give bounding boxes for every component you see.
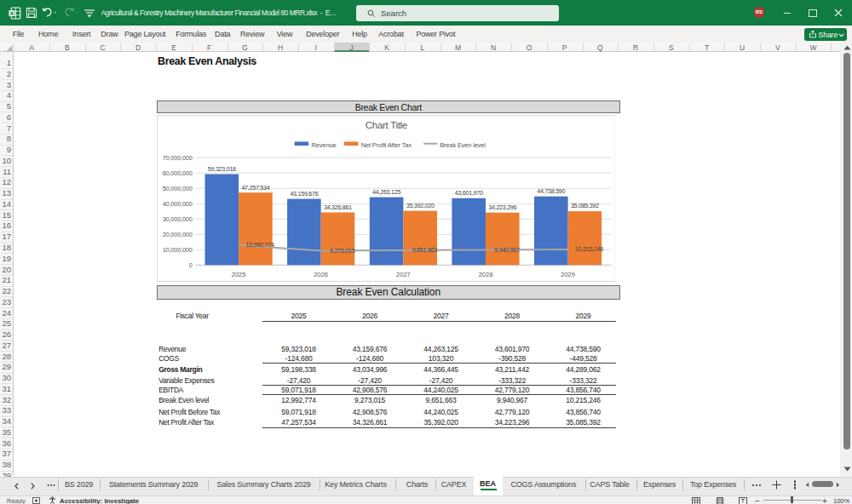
svg-text:10,215,246: 10,215,246 bbox=[575, 245, 603, 253]
svg-text:Net Profit After Tax: Net Profit After Tax bbox=[360, 140, 411, 148]
svg-text:10,000,000: 10,000,000 bbox=[162, 246, 192, 254]
svg-text:47,257,534: 47,257,534 bbox=[241, 183, 269, 191]
svg-text:44,263,125: 44,263,125 bbox=[372, 188, 400, 196]
svg-text:0: 0 bbox=[188, 261, 192, 269]
svg-text:Chart Title: Chart Title bbox=[366, 120, 407, 130]
svg-text:59,323,018: 59,323,018 bbox=[208, 165, 236, 173]
svg-text:40,000,000: 40,000,000 bbox=[162, 200, 192, 208]
svg-text:2028: 2028 bbox=[478, 271, 492, 278]
svg-text:9,940,967: 9,940,967 bbox=[494, 246, 520, 254]
svg-text:2025: 2025 bbox=[232, 271, 246, 278]
svg-text:2029: 2029 bbox=[561, 271, 575, 278]
svg-text:35,392,020: 35,392,020 bbox=[406, 202, 434, 209]
svg-text:30,000,000: 30,000,000 bbox=[162, 215, 192, 223]
svg-text:12,992,774: 12,992,774 bbox=[245, 241, 273, 249]
svg-text:2027: 2027 bbox=[396, 271, 411, 278]
svg-text:34,326,861: 34,326,861 bbox=[324, 203, 352, 211]
svg-text:70,000,000: 70,000,000 bbox=[162, 154, 192, 162]
svg-text:2026: 2026 bbox=[314, 271, 328, 278]
svg-text:9,273,015: 9,273,015 bbox=[330, 247, 355, 255]
svg-text:9,651,663: 9,651,663 bbox=[412, 246, 438, 254]
svg-text:43,601,970: 43,601,970 bbox=[454, 189, 482, 197]
svg-text:20,000,000: 20,000,000 bbox=[162, 231, 192, 238]
svg-text:44,738,590: 44,738,590 bbox=[537, 187, 565, 195]
svg-text:Revenue: Revenue bbox=[311, 140, 336, 148]
svg-text:34,223,296: 34,223,296 bbox=[488, 203, 516, 211]
svg-text:Break Even level: Break Even level bbox=[440, 140, 486, 148]
svg-text:50,000,000: 50,000,000 bbox=[162, 185, 192, 192]
svg-text:60,000,000: 60,000,000 bbox=[162, 169, 192, 177]
svg-text:35,085,392: 35,085,392 bbox=[571, 202, 599, 209]
svg-text:43,159,676: 43,159,676 bbox=[290, 190, 318, 198]
